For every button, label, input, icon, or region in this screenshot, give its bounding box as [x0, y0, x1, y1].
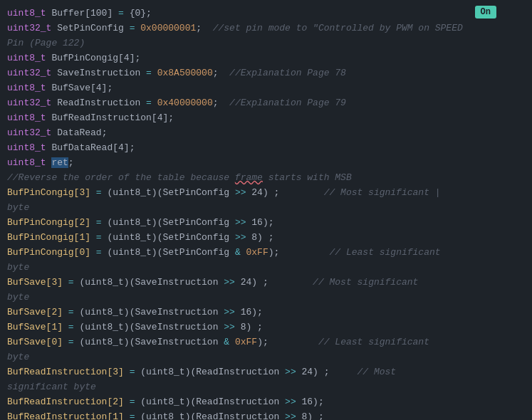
- code-line: byte: [0, 290, 532, 305]
- code-line: uint8_t ret;: [0, 155, 532, 170]
- code-content: uint8_t Buffer[100] = {0};uint32_t SetPi…: [0, 6, 532, 420]
- code-line: BufPinCongig[1] = (uint8_t)(SetPinConfig…: [0, 230, 532, 245]
- code-line: BufReadInstruction[1] = (uint8_t)(ReadIn…: [0, 409, 532, 420]
- code-line: byte: [0, 200, 532, 215]
- on-badge: On: [475, 6, 496, 19]
- code-line: uint8_t BufSave[4];: [0, 80, 532, 95]
- code-line: BufSave[0] = (uint8_t)(SaveInstruction &…: [0, 335, 532, 350]
- code-line: uint32_t ReadInstruction = 0x40000000; /…: [0, 95, 532, 110]
- code-line: BufPinCongig[2] = (uint8_t)(SetPinConfig…: [0, 215, 532, 230]
- code-line: //Reverse the order of the table because…: [0, 170, 532, 185]
- code-line: BufSave[1] = (uint8_t)(SaveInstruction >…: [0, 320, 532, 335]
- code-line: uint8_t Buffer[100] = {0};: [0, 6, 532, 21]
- code-line: BufSave[3] = (uint8_t)(SaveInstruction >…: [0, 275, 532, 290]
- code-line: BufSave[2] = (uint8_t)(SaveInstruction >…: [0, 305, 532, 320]
- code-line: significant byte: [0, 379, 532, 394]
- code-line: BufPinCongig[0] = (uint8_t)(SetPinConfig…: [0, 245, 532, 260]
- code-line: byte: [0, 350, 532, 364]
- code-editor: uint8_t Buffer[100] = {0};uint32_t SetPi…: [0, 0, 532, 420]
- code-line: BufReadInstruction[2] = (uint8_t)(ReadIn…: [0, 394, 532, 409]
- code-line: BufPinCongig[3] = (uint8_t)(SetPinConfig…: [0, 185, 532, 200]
- code-line: BufReadInstruction[3] = (uint8_t)(ReadIn…: [0, 364, 532, 379]
- code-line: uint8_t BufReadInstruction[4];: [0, 110, 532, 125]
- code-line: uint8_t BufPinCongig[4];: [0, 51, 532, 65]
- code-line: byte: [0, 260, 532, 275]
- code-line: uint8_t BufDataRead[4];: [0, 140, 532, 155]
- code-line: uint32_t DataRead;: [0, 125, 532, 140]
- code-line: uint32_t SaveInstruction = 0x8A500000; /…: [0, 65, 532, 80]
- code-line: uint32_t SetPinConfig = 0x00000001; //se…: [0, 21, 532, 36]
- code-line: Pin (Page 122): [0, 36, 532, 51]
